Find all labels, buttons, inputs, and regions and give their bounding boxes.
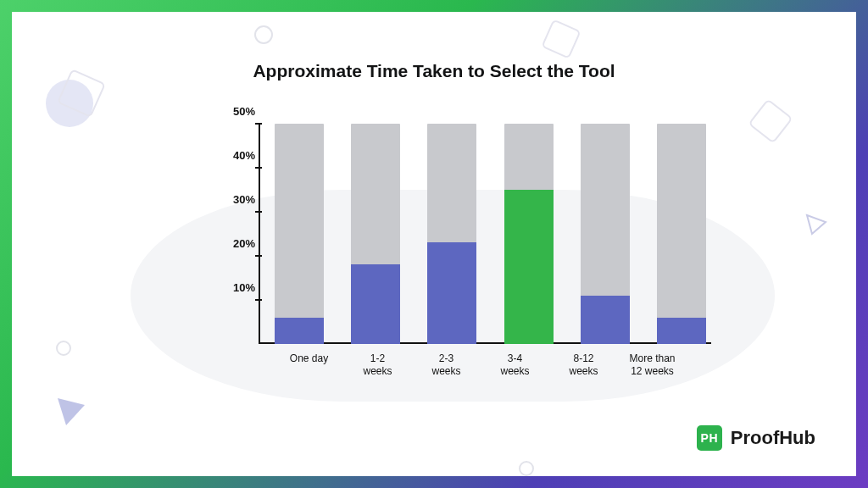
decoration-square (748, 98, 793, 143)
decoration-ring (519, 461, 534, 476)
bar-track (275, 124, 324, 344)
y-axis (259, 124, 260, 344)
bar (351, 124, 400, 344)
decoration-ring (254, 25, 273, 44)
y-tick-label: 30% (216, 193, 255, 206)
bar-value (351, 264, 400, 344)
canvas: Approximate Time Taken to Select the Too… (12, 12, 856, 476)
brand-name: ProofHub (731, 427, 815, 449)
bar (427, 124, 476, 344)
y-tick-mark (255, 123, 262, 125)
gradient-frame: Approximate Time Taken to Select the Too… (0, 0, 868, 488)
svg-marker-1 (807, 215, 826, 234)
bar (275, 124, 324, 344)
y-tick-label: 20% (216, 237, 255, 250)
bar (657, 124, 706, 344)
x-tick-label: One day (275, 352, 343, 378)
bar-value (581, 296, 630, 344)
bar-value (504, 190, 554, 344)
y-tick-mark (255, 299, 262, 301)
decoration-triangle (54, 395, 88, 432)
brand-mark: PH (697, 425, 722, 451)
chart-title: Approximate Time Taken to Select the Too… (12, 61, 856, 81)
bar-track (657, 124, 706, 344)
x-tick-label: 8-12weeks (549, 352, 618, 378)
x-tick-label: 1-2weeks (343, 352, 412, 378)
bar-value (657, 318, 706, 344)
decoration-triangle (805, 214, 827, 239)
x-tick-label: 2-3weeks (412, 352, 481, 378)
bar-value (275, 318, 324, 344)
decoration-square (541, 19, 581, 59)
bar (581, 124, 630, 344)
svg-marker-0 (58, 398, 85, 425)
x-axis-labels: One day1-2weeks2-3weeks3-4weeks8-12weeks… (275, 352, 687, 378)
y-tick-mark (255, 255, 262, 257)
x-tick-label: 3-4weeks (481, 352, 549, 378)
decoration-ring (56, 341, 71, 356)
y-tick-mark (255, 167, 262, 169)
y-tick-label: 50% (216, 105, 255, 118)
bar-chart: 10%20%30%40%50% (236, 124, 711, 344)
bar-value (427, 242, 476, 344)
brand-logo: PH ProofHub (697, 425, 815, 451)
y-tick-label: 40% (216, 149, 255, 162)
y-tick-label: 10% (216, 281, 255, 294)
bar (504, 124, 554, 344)
x-tick-label: More than12 weeks (618, 352, 687, 378)
y-tick-mark (255, 211, 262, 213)
